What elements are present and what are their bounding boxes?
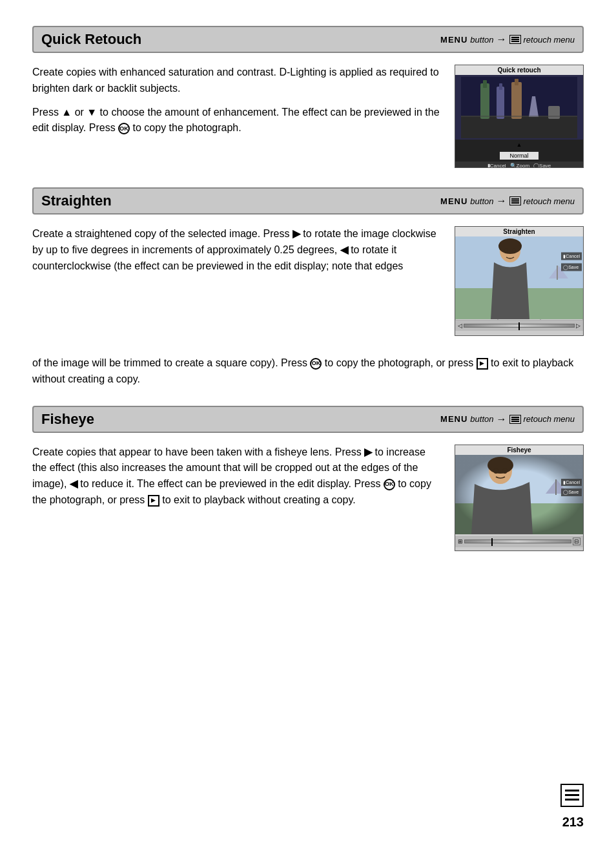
- str-play-icon: ▶: [477, 358, 488, 370]
- quick-retouch-text: Create copies with enhanced saturation a…: [32, 65, 442, 168]
- qr-zoom: 🔍Zoom: [510, 163, 529, 168]
- ok-button-icon: OK: [118, 123, 130, 134]
- fish-para1: Create copies that appear to have been t…: [32, 445, 442, 508]
- page: Quick Retouch MENU button → retouch menu…: [0, 0, 616, 849]
- fish-nav-suffix: retouch menu: [524, 414, 575, 424]
- qr-para1: Create copies with enhanced saturation a…: [32, 65, 442, 97]
- corner-menu-icon: [560, 784, 584, 807]
- svg-point-23: [503, 468, 508, 474]
- qr-photo-svg: [461, 77, 577, 138]
- fish-save-btn: ◯Save: [561, 488, 582, 496]
- fisheye-header: Fisheye MENU button → retouch menu: [32, 406, 584, 433]
- svg-point-21: [488, 457, 513, 474]
- fisheye-image: Fisheye: [455, 445, 584, 551]
- svg-rect-16: [557, 266, 558, 280]
- svg-point-22: [494, 468, 498, 474]
- fish-camera-screen: Fisheye: [455, 445, 584, 551]
- svg-rect-9: [461, 116, 577, 117]
- str-ruler-marker: [518, 322, 520, 330]
- svg-rect-6: [511, 82, 522, 119]
- qr-para2: Press ▲ or ▼ to choose the amount of enh…: [32, 105, 442, 137]
- fisheye-nav: MENU button → retouch menu: [440, 414, 575, 425]
- fish-grid-icon: ⊞: [458, 538, 463, 545]
- qr-save: ◯Save: [533, 163, 551, 168]
- svg-rect-2: [480, 83, 489, 119]
- fish-ruler-marker: [491, 538, 493, 546]
- straighten-title: Straighten: [41, 193, 112, 209]
- nav-arrow: →: [497, 34, 507, 45]
- nav-suffix: retouch menu: [524, 35, 575, 45]
- fish-ok-icon: OK: [384, 479, 395, 490]
- qr-normal-label-wrapper: Normal: [455, 150, 583, 162]
- svg-rect-7: [515, 79, 518, 85]
- str-nav-arrow: →: [497, 195, 507, 207]
- fisheye-title: Fisheye: [41, 411, 94, 428]
- svg-rect-26: [565, 794, 579, 796]
- page-number: 213: [562, 815, 584, 830]
- str-cancel-btn: ▮Cancel: [561, 253, 582, 260]
- svg-rect-24: [555, 479, 557, 495]
- straighten-section: Straighten MENU button → retouch menu Cr…: [32, 187, 584, 388]
- svg-rect-4: [497, 87, 504, 119]
- fisheye-section: Fisheye MENU button → retouch menu Creat…: [32, 406, 584, 551]
- str-photo-area: ▮Cancel ◯Save: [455, 236, 583, 320]
- nav-italic-text: button: [470, 35, 493, 45]
- fish-nav-arrow: →: [497, 414, 507, 425]
- quick-retouch-title: Quick Retouch: [41, 31, 141, 48]
- fisheye-content: Create copies that appear to have been t…: [32, 445, 584, 551]
- fish-bottom-bar: ⊞ ⊟: [455, 536, 583, 547]
- fish-cancel-btn: ▮Cancel: [561, 479, 582, 486]
- qr-bottom-bar: ▮Cancel 🔍Zoom ◯Save: [455, 162, 583, 168]
- quick-retouch-header: Quick Retouch MENU button → retouch menu: [32, 26, 584, 53]
- retouch-menu-icon: [509, 35, 521, 44]
- straighten-text: Create a straightened copy of the select…: [32, 226, 442, 336]
- str-ruler-arrow-left: ◁: [458, 322, 462, 329]
- fish-side-btns: ▮Cancel ◯Save: [561, 475, 582, 496]
- quick-retouch-section: Quick Retouch MENU button → retouch menu…: [32, 26, 584, 168]
- str-camera-screen: Straighten: [455, 226, 584, 336]
- str-para1: Create a straightened copy of the select…: [32, 226, 442, 274]
- str-save-btn: ◯Save: [561, 264, 582, 271]
- str-screen-title: Straighten: [455, 227, 583, 236]
- svg-rect-5: [499, 83, 502, 90]
- svg-rect-1: [461, 116, 577, 138]
- fish-nav-italic: button: [470, 414, 493, 424]
- nav-menu-text: MENU: [440, 35, 467, 45]
- qr-screen-title: Quick retouch: [455, 65, 583, 75]
- fish-screen-title: Fisheye: [455, 445, 583, 455]
- corner-icon-svg: [565, 790, 579, 801]
- str-nav-suffix: retouch menu: [524, 196, 575, 206]
- str-ruler: [464, 324, 575, 328]
- str-side-btns: ▮Cancel ◯Save: [561, 253, 582, 271]
- str-ok-icon: OK: [310, 358, 322, 370]
- svg-rect-3: [483, 80, 487, 88]
- qr-normal-label: Normal: [500, 152, 539, 160]
- fish-nav-menu: MENU: [440, 414, 467, 424]
- quick-retouch-image: Quick retouch: [455, 65, 584, 168]
- fish-ruler: [464, 540, 571, 543]
- qr-camera-screen: Quick retouch: [455, 65, 584, 168]
- straighten-nav: MENU button → retouch menu: [440, 195, 575, 207]
- svg-point-15: [512, 249, 516, 253]
- svg-rect-27: [565, 799, 579, 801]
- svg-point-14: [504, 249, 508, 253]
- fisheye-text: Create copies that appear to have been t…: [32, 445, 442, 551]
- svg-rect-25: [565, 790, 579, 791]
- qr-photo-area: [455, 75, 583, 140]
- quick-retouch-content: Create copies with enhanced saturation a…: [32, 65, 584, 168]
- straighten-content: Create a straightened copy of the select…: [32, 226, 584, 336]
- fish-play-icon: ▶: [148, 495, 159, 507]
- straighten-image: Straighten: [455, 226, 584, 336]
- str-person-svg: [455, 236, 583, 319]
- straighten-header: Straighten MENU button → retouch menu: [32, 187, 584, 215]
- str-menu-icon: [509, 196, 521, 205]
- qr-arrow-indicator: ▲: [455, 140, 583, 150]
- str-ruler-arrow-right: ▷: [576, 322, 580, 329]
- fish-menu-icon: [509, 415, 521, 424]
- fish-photo-area: ▮Cancel ◯Save: [455, 455, 583, 536]
- str-continued-text: of the image will be trimmed to create a…: [32, 355, 584, 388]
- str-nav-menu: MENU: [440, 196, 467, 206]
- quick-retouch-nav: MENU button → retouch menu: [440, 34, 575, 45]
- svg-point-13: [498, 238, 522, 254]
- qr-cancel: ▮Cancel: [488, 163, 506, 168]
